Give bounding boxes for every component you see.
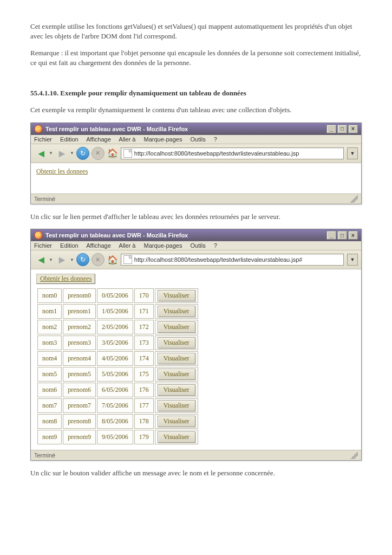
page-content: Obtenir les donnees nom0prenom00/05/2006…	[31, 269, 361, 450]
url-text: http://localhost:8080/testwebapp/testdwr…	[134, 256, 341, 263]
address-dropdown-icon[interactable]: ▼	[347, 147, 358, 159]
menu-edition[interactable]: Edition	[60, 242, 79, 249]
page-icon	[123, 255, 132, 264]
statusbar: Terminé	[31, 193, 361, 204]
window-title: Test remplir un tableau avec DWR - Mozil…	[45, 232, 188, 238]
menu-affichage[interactable]: Affichage	[86, 242, 111, 249]
home-button[interactable]: 🏠	[107, 147, 119, 159]
cell-action: Visualiser	[155, 398, 198, 413]
visualiser-button[interactable]: Visualiser	[158, 369, 195, 380]
cell-prenom: prenom4	[63, 351, 96, 366]
window-title: Test remplir un tableau avec DWR - Mozil…	[45, 126, 188, 132]
visualiser-button[interactable]: Visualiser	[158, 400, 195, 411]
cell-action: Visualiser	[155, 367, 198, 382]
cell-nom: nom7	[37, 398, 62, 413]
minimize-button[interactable]: _	[326, 231, 336, 240]
reload-button[interactable]: ↻	[76, 253, 89, 266]
menu-fichier[interactable]: Fichier	[34, 136, 52, 143]
cell-nom: nom0	[37, 288, 62, 303]
maximize-button[interactable]: □	[337, 231, 347, 240]
maximize-button[interactable]: □	[337, 125, 347, 133]
menu-outils[interactable]: Outils	[191, 242, 206, 249]
cell-action: Visualiser	[155, 335, 198, 350]
visualiser-button[interactable]: Visualiser	[158, 290, 195, 301]
table-row: nom1prenom11/05/2006171Visualiser	[37, 304, 198, 319]
cell-val: 174	[134, 351, 154, 366]
cell-val: 179	[134, 430, 154, 444]
cell-prenom: prenom2	[63, 320, 96, 334]
visualiser-button[interactable]: Visualiser	[158, 431, 195, 443]
cell-date: 5/05/2006	[97, 367, 133, 382]
menu-marque-pages[interactable]: Marque-pages	[144, 136, 182, 143]
between-windows-text: Un clic sur le lien permet d'afficher le…	[30, 212, 362, 222]
forward-button: ▶	[55, 146, 69, 160]
cell-val: 171	[134, 304, 154, 319]
visualiser-button[interactable]: Visualiser	[158, 321, 195, 333]
back-dropdown-icon[interactable]: ▼	[49, 257, 53, 262]
cell-action: Visualiser	[155, 320, 198, 334]
cell-nom: nom5	[37, 367, 62, 382]
menubar: Fichier Edition Affichage Aller à Marque…	[31, 241, 361, 250]
menu-affichage[interactable]: Affichage	[86, 136, 111, 143]
cell-action: Visualiser	[155, 351, 198, 366]
menu-aller-a[interactable]: Aller à	[119, 136, 135, 143]
forward-dropdown-icon: ▼	[70, 151, 74, 156]
home-button[interactable]: 🏠	[107, 254, 119, 266]
resize-grip-icon[interactable]	[350, 195, 358, 203]
menu-marque-pages[interactable]: Marque-pages	[144, 242, 182, 249]
menu-aller-a[interactable]: Aller à	[119, 242, 135, 249]
url-text: http://localhost:8080/testwebapp/testdwr…	[134, 150, 341, 157]
visualiser-button[interactable]: Visualiser	[158, 353, 195, 364]
menu-fichier[interactable]: Fichier	[34, 242, 52, 249]
section-heading: 55.4.1.10. Exemple pour remplir dynamiqu…	[30, 89, 362, 98]
visualiser-button[interactable]: Visualiser	[158, 337, 195, 349]
obtenir-donnees-button[interactable]: Obtenir les donnees	[36, 274, 95, 284]
statusbar: Terminé	[31, 450, 361, 460]
back-button[interactable]: ◀	[34, 253, 48, 267]
address-bar[interactable]: http://localhost:8080/testwebapp/testdwr…	[121, 147, 344, 159]
cell-val: 176	[134, 383, 154, 397]
cell-nom: nom8	[37, 414, 62, 429]
cell-prenom: prenom8	[63, 414, 96, 429]
intro-paragraph-2: Remarque : il est important que l'objet …	[30, 48, 362, 67]
table-row: nom3prenom33/05/2006173Visualiser	[37, 335, 198, 350]
forward-button: ▶	[55, 253, 69, 267]
cell-prenom: prenom1	[63, 304, 96, 319]
table-row: nom2prenom22/05/2006172Visualiser	[37, 320, 198, 334]
resize-grip-icon[interactable]	[350, 451, 358, 459]
menu-outils[interactable]: Outils	[191, 136, 206, 143]
menu-edition[interactable]: Edition	[60, 136, 79, 143]
address-bar[interactable]: http://localhost:8080/testwebapp/testdwr…	[121, 254, 344, 266]
back-button[interactable]: ◀	[34, 146, 48, 160]
table-row: nom0prenom00/05/2006170Visualiser	[37, 288, 198, 303]
cell-nom: nom1	[37, 304, 62, 319]
visualiser-button[interactable]: Visualiser	[158, 384, 195, 396]
cell-date: 8/05/2006	[97, 414, 133, 429]
back-dropdown-icon[interactable]: ▼	[49, 151, 53, 156]
data-table: nom0prenom00/05/2006170Visualisernom1pre…	[36, 287, 199, 446]
address-dropdown-icon[interactable]: ▼	[347, 254, 358, 266]
titlebar[interactable]: Test remplir un tableau avec DWR - Mozil…	[31, 123, 361, 135]
table-row: nom8prenom88/05/2006178Visualiser	[37, 414, 198, 429]
page-content: Obtenir les donnees	[31, 163, 361, 193]
cell-action: Visualiser	[155, 414, 198, 429]
stop-button: ✕	[92, 253, 104, 266]
cell-val: 177	[134, 398, 154, 413]
menu-aide[interactable]: ?	[214, 242, 217, 249]
visualiser-button[interactable]: Visualiser	[158, 306, 195, 317]
cell-date: 3/05/2006	[97, 335, 133, 350]
titlebar[interactable]: Test remplir un tableau avec DWR - Mozil…	[31, 229, 361, 241]
close-button[interactable]: ×	[348, 231, 358, 240]
visualiser-button[interactable]: Visualiser	[158, 416, 195, 427]
cell-date: 4/05/2006	[97, 351, 133, 366]
reload-button[interactable]: ↻	[76, 147, 89, 160]
close-button[interactable]: ×	[348, 125, 358, 133]
minimize-button[interactable]: _	[326, 125, 336, 133]
obtenir-donnees-link[interactable]: Obtenir les donnees	[36, 167, 88, 175]
forward-dropdown-icon: ▼	[70, 257, 74, 262]
status-text: Terminé	[34, 196, 55, 202]
menu-aide[interactable]: ?	[214, 136, 217, 143]
table-row: nom5prenom55/05/2006175Visualiser	[37, 367, 198, 382]
status-text: Terminé	[34, 452, 55, 459]
cell-prenom: prenom9	[63, 430, 96, 444]
